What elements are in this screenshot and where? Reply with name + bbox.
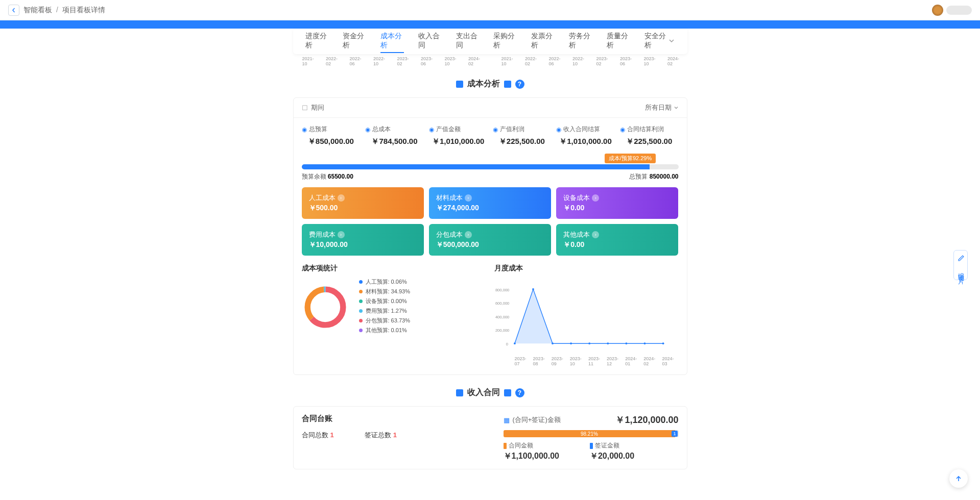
legend-label: 设备预算: 0.00% <box>366 297 407 305</box>
budget-remaining-label: 预算余额 <box>302 173 326 180</box>
legend-dot <box>359 299 363 303</box>
svg-text:800,000: 800,000 <box>495 288 509 292</box>
visa-total-label: 签证总数 <box>365 431 391 439</box>
avatar[interactable] <box>932 5 943 16</box>
stat-label: 总成本 <box>372 125 391 134</box>
svg-text:200,000: 200,000 <box>495 328 509 333</box>
section-icon <box>504 81 511 88</box>
section-icon <box>504 389 511 396</box>
contract-amount-value: ￥1,120,000.00 <box>615 414 678 426</box>
cost-card[interactable]: 设备成本 ›￥0.00 <box>556 187 678 219</box>
coin-icon: ◉ <box>302 126 307 133</box>
tab-6[interactable]: 发票分析 <box>531 30 555 53</box>
tab-2[interactable]: 成本分析 <box>380 30 404 53</box>
budget-total-label: 总预算 <box>629 173 648 180</box>
back-to-top-button[interactable] <box>949 469 968 488</box>
breadcrumb-sep: / <box>56 6 58 14</box>
back-button[interactable] <box>8 5 19 16</box>
user-badge[interactable] <box>946 6 972 15</box>
tabs-more-button[interactable] <box>668 37 675 46</box>
axis-tick: 2021-10 <box>302 56 319 66</box>
svg-text:400,000: 400,000 <box>495 315 509 319</box>
visa-total-value: 1 <box>393 431 397 439</box>
coin-icon: ◉ <box>620 126 625 133</box>
axis-tick: 2023-10 <box>445 56 462 66</box>
chevron-right-icon: › <box>465 231 472 238</box>
axis-tick: 2021-10 <box>501 56 518 66</box>
cost-card[interactable]: 材料成本 ›￥274,000.00 <box>429 187 551 219</box>
cost-card-title: 设备成本 <box>563 193 590 203</box>
svg-point-2 <box>307 289 343 325</box>
svg-point-9 <box>532 288 534 290</box>
axis-tick: 2024-01 <box>625 356 641 366</box>
axis-tick: 2022-06 <box>350 56 367 66</box>
tab-7[interactable]: 劳务分析 <box>569 30 592 53</box>
period-label: 期间 <box>311 103 324 112</box>
tab-8[interactable]: 质量分析 <box>607 30 630 53</box>
axis-tick: 2023-10 <box>644 56 661 66</box>
axis-tick: 2024-02 <box>643 356 660 366</box>
legend-dot <box>359 319 363 322</box>
section-icon <box>456 81 463 88</box>
contract-total-value: 1 <box>330 431 334 439</box>
svg-text:0: 0 <box>506 342 508 346</box>
cost-card[interactable]: 分包成本 ›￥500,000.00 <box>429 224 551 256</box>
legend-item: 分包预算: 63.73% <box>359 317 410 324</box>
tab-3[interactable]: 收入合同 <box>418 30 442 53</box>
help-icon[interactable]: ? <box>515 388 524 397</box>
tab-1[interactable]: 资金分析 <box>343 30 366 53</box>
axis-tick: 2024-02 <box>667 56 684 66</box>
cost-card-value: ￥10,000.00 <box>309 240 417 249</box>
axis-tick: 2023-02 <box>397 56 414 66</box>
stat-label: 总预算 <box>309 125 327 134</box>
cost-card[interactable]: 费用成本 ›￥10,000.00 <box>302 224 424 256</box>
date-selector-label: 所有日期 <box>645 103 672 112</box>
chevron-left-icon <box>11 8 16 13</box>
tab-9[interactable]: 安全分析 <box>644 30 668 53</box>
breadcrumb-root[interactable]: 智能看板 <box>23 6 52 14</box>
cost-card-title: 其他成本 <box>563 230 590 239</box>
axis-tick: 2023-06 <box>421 56 438 66</box>
stat-value: ￥1,010,000.00 <box>429 137 488 146</box>
cost-card-value: ￥274,000.00 <box>436 204 544 213</box>
legend-label: 分包预算: 63.73% <box>366 317 410 324</box>
chevron-down-icon <box>674 105 679 110</box>
pie-chart-title: 成本项统计 <box>302 264 486 273</box>
stat-block: ◉总成本￥784,500.00 <box>365 125 424 146</box>
stat-label: 产值利润 <box>500 125 524 134</box>
coin-icon: ◉ <box>556 126 561 133</box>
tab-4[interactable]: 支出合同 <box>456 30 480 53</box>
cost-card-value: ￥0.00 <box>563 204 671 213</box>
svg-point-14 <box>625 342 627 344</box>
edit-card-button[interactable]: 编辑卡片 <box>953 250 968 280</box>
tab-0[interactable]: 进度分析 <box>305 30 329 53</box>
axis-tick: 2022-02 <box>525 56 542 66</box>
tab-5[interactable]: 采购分析 <box>493 30 517 53</box>
legend-label: 人工预算: 0.06% <box>366 278 407 286</box>
section-title-cost: 成本分析 <box>467 79 500 89</box>
help-icon[interactable]: ? <box>515 80 524 89</box>
coin-icon: ◉ <box>365 126 370 133</box>
cost-card-title: 人工成本 <box>309 193 336 203</box>
budget-progress-bar <box>302 164 679 169</box>
stat-block: ◉产值利润￥225,500.00 <box>493 125 552 146</box>
edit-card-label: 编辑卡片 <box>958 267 965 276</box>
visa-sub-value: ￥20,000.00 <box>590 451 634 462</box>
cost-card-title: 材料成本 <box>436 193 463 203</box>
legend-item: 费用预算: 1.27% <box>359 307 410 315</box>
contract-progress-bar: 98.21% 1 <box>504 430 679 437</box>
legend-label: 费用预算: 1.27% <box>366 307 407 315</box>
contract-amount-label: (合同+签证)金额 <box>513 415 561 424</box>
budget-remaining-value: 65500.00 <box>328 173 353 180</box>
cost-card[interactable]: 其他成本 ›￥0.00 <box>556 224 678 256</box>
axis-tick: 2023-09 <box>552 356 568 366</box>
budget-total-value: 850000.00 <box>650 173 679 180</box>
chevron-right-icon: › <box>592 194 599 202</box>
date-selector[interactable]: 所有日期 <box>645 103 679 112</box>
contract-ledger-title: 合同台账 <box>302 414 477 423</box>
bar-icon <box>590 443 593 449</box>
stat-block: ◉收入合同结算￥1,010,000.00 <box>556 125 615 146</box>
cost-card[interactable]: 人工成本 ›￥500.00 <box>302 187 424 219</box>
tabs-bar: 进度分析资金分析成本分析收入合同支出合同采购分析发票分析劳务分析质量分析安全分析 <box>293 29 687 54</box>
legend-dot <box>359 290 363 293</box>
